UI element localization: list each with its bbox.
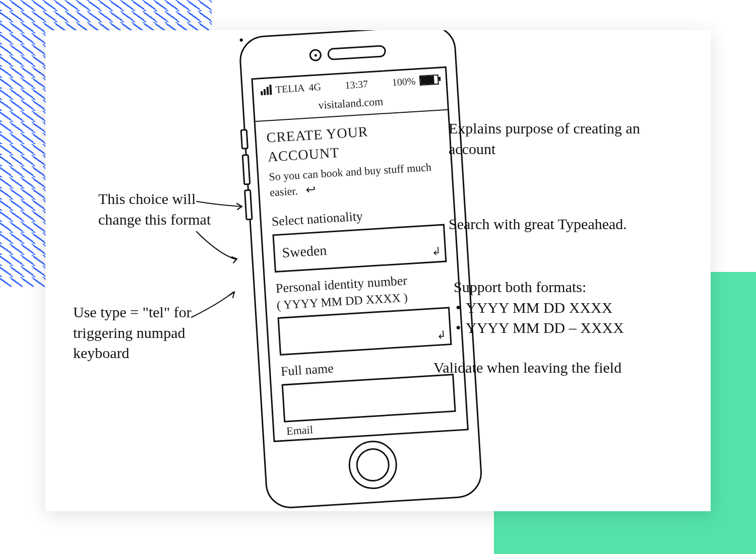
return-arrow-icon: ↩ <box>305 181 316 198</box>
nationality-select[interactable]: Sweden ↲ <box>272 224 447 272</box>
earpiece-icon <box>327 45 386 60</box>
clock-label: 13:37 <box>345 78 368 91</box>
return-arrow-icon: ↲ <box>436 327 446 342</box>
phone-speaker <box>309 45 386 61</box>
annotation-explains: Explains purpose of creating an account <box>449 118 660 159</box>
side-button-icon <box>240 129 248 150</box>
annotation-typeahead: Search with great Typeahead. <box>449 214 627 235</box>
create-account-form: CREATE YOUR ACCOUNT So you can book and … <box>256 110 467 431</box>
battery-icon <box>419 75 439 86</box>
side-button-icon <box>242 154 251 185</box>
annotation-choice: This choice will change this format <box>98 189 229 230</box>
annotation-format1: YYYY MM DD XXXX <box>454 298 624 318</box>
annotation-formats-intro: Support both formats: <box>454 279 586 295</box>
side-button-icon <box>244 189 253 221</box>
annotation-tel: Use type = "tel" for triggering numpad k… <box>73 302 224 364</box>
signal-icon <box>260 85 272 95</box>
phone-sketch: TELIA 4G 13:37 100% visitaland.com CREAT… <box>238 30 483 510</box>
nationality-value: Sweden <box>282 241 328 262</box>
network-label: 4G <box>308 81 322 93</box>
page-subtitle: So you can book and buy stuff much easie… <box>269 159 443 200</box>
page-subtitle-text: So you can book and buy stuff much easie… <box>269 161 432 199</box>
sketch-card: Explains purpose of creating an account … <box>45 30 711 511</box>
annotation-format2: YYYY MM DD – XXXX <box>454 318 624 338</box>
annotation-validate: Validate when leaving the field <box>433 358 621 378</box>
home-button[interactable] <box>347 439 399 491</box>
return-arrow-icon: ↲ <box>431 244 441 259</box>
annotation-formats: Support both formats: YYYY MM DD XXXX YY… <box>454 277 624 338</box>
pin-input[interactable]: ↲ <box>278 307 452 356</box>
page-title: CREATE YOUR ACCOUNT <box>266 118 440 166</box>
camera-icon <box>309 49 322 61</box>
phone-screen: TELIA 4G 13:37 100% visitaland.com CREAT… <box>251 66 468 442</box>
battery-pct: 100% <box>392 75 416 88</box>
fullname-input[interactable] <box>282 374 456 423</box>
carrier-label: TELIA <box>275 82 305 95</box>
email-label-partial: Email <box>286 423 313 438</box>
